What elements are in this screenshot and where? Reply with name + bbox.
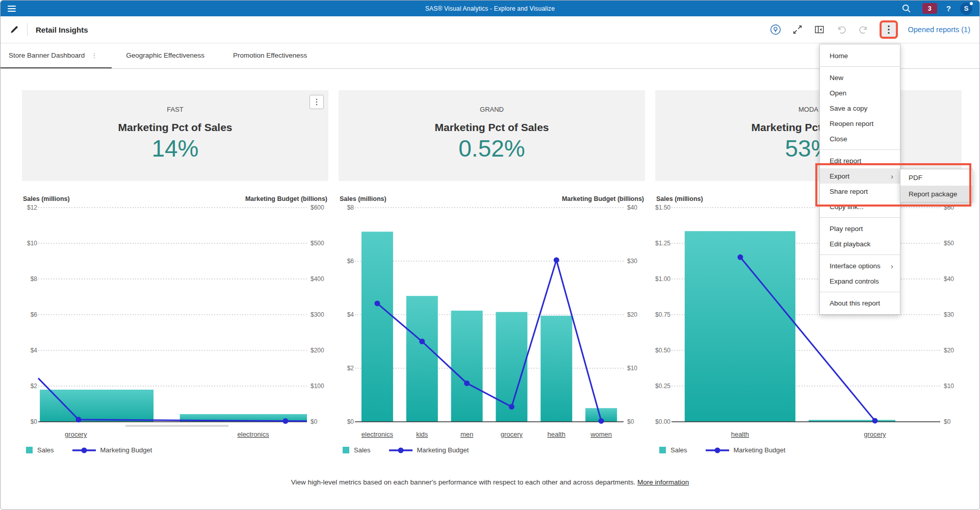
menu-item-open[interactable]: Open: [820, 85, 900, 100]
menu-item-about-this-report[interactable]: About this report: [820, 295, 900, 311]
category-link-grocery[interactable]: grocery: [501, 430, 523, 438]
submenu-item-report-package[interactable]: Report package: [900, 186, 972, 202]
tab-geographic-effectiveness[interactable]: Geographic Effectiveness: [112, 43, 219, 68]
axis-headers: Sales (millions)Marketing Budget (billio…: [339, 195, 645, 203]
svg-text:$400: $400: [311, 275, 324, 283]
legend-item-sales: Sales: [26, 446, 54, 454]
appbar-actions: 3 ? S: [900, 2, 972, 15]
category-link-electronics[interactable]: electronics: [362, 430, 394, 438]
menu-item-copy-link-[interactable]: Copy link...: [820, 199, 900, 214]
search-icon[interactable]: [900, 2, 913, 15]
menu-item-share-report[interactable]: Share report: [820, 184, 900, 199]
menu-item-export[interactable]: Export›: [820, 168, 900, 184]
svg-text:$0.75: $0.75: [655, 311, 670, 318]
combo-chart-fast: $12$600$10$500$8$400$6$300$4$200$2$100$0…: [22, 203, 328, 443]
left-axis-title: Sales (millions): [656, 195, 703, 203]
fullscreen-expand-icon[interactable]: [791, 23, 804, 36]
menu-item-edit-report[interactable]: Edit report: [820, 153, 900, 168]
menu-separator: [820, 254, 900, 255]
chart-scrollbar[interactable]: [125, 425, 228, 427]
panel-layout-icon[interactable]: [813, 23, 826, 36]
menu-item-new[interactable]: New: [820, 70, 900, 85]
category-link-health[interactable]: health: [731, 430, 749, 438]
menu-item-label: Save a copy: [830, 105, 867, 112]
svg-text:$6: $6: [31, 311, 38, 318]
menu-item-home[interactable]: Home: [820, 48, 900, 63]
svg-text:$12: $12: [27, 204, 37, 211]
menu-item-save-a-copy[interactable]: Save a copy: [820, 100, 900, 116]
category-link-grocery[interactable]: grocery: [65, 430, 87, 438]
menu-item-reopen-report[interactable]: Reopen report: [820, 116, 900, 131]
right-axis-title: Marketing Budget (billions): [562, 195, 644, 203]
panel-kebab-menu-button[interactable]: [310, 95, 324, 109]
menu-item-label: New: [830, 74, 843, 82]
opened-reports-link[interactable]: Opened reports (1): [908, 26, 970, 34]
budget-line-icon: [706, 447, 729, 453]
tab-promotion-effectiveness[interactable]: Promotion Effectiveness: [219, 43, 321, 68]
svg-text:$1.50: $1.50: [655, 204, 670, 211]
redo-icon[interactable]: [857, 23, 870, 36]
svg-text:$2: $2: [347, 365, 354, 372]
edit-pencil-icon[interactable]: [8, 23, 21, 36]
menu-item-edit-playback[interactable]: Edit playback: [820, 236, 900, 251]
svg-text:$1.25: $1.25: [655, 240, 670, 247]
svg-text:$40: $40: [627, 204, 637, 211]
insights-lightbulb-icon[interactable]: [769, 23, 782, 36]
chart-legend: SalesMarketing Budget: [339, 446, 645, 454]
category-link-health[interactable]: health: [548, 430, 565, 438]
submenu-item-pdf[interactable]: PDF: [900, 169, 972, 186]
app-title: SAS® Visual Analytics - Explore and Visu…: [1, 5, 979, 12]
menu-item-close[interactable]: Close: [820, 131, 900, 146]
svg-text:$0.25: $0.25: [655, 382, 670, 390]
budget-line-icon: [389, 447, 412, 453]
legend-label: Marketing Budget: [417, 446, 469, 454]
help-icon[interactable]: ?: [946, 4, 951, 13]
toolbar-divider: [27, 23, 28, 36]
notification-badge[interactable]: 3: [922, 3, 937, 14]
avatar-status-dot: [970, 2, 973, 5]
svg-text:$0: $0: [31, 418, 38, 425]
svg-text:$8: $8: [31, 275, 38, 283]
kpi-value: 0.52%: [339, 135, 645, 162]
category-link-electronics[interactable]: electronics: [238, 430, 270, 438]
svg-text:$20: $20: [627, 311, 637, 318]
svg-text:$30: $30: [944, 311, 954, 318]
svg-text:$0.00: $0.00: [655, 418, 670, 425]
tab-label: Promotion Effectiveness: [233, 52, 307, 59]
submenu-item-label: PDF: [909, 174, 922, 182]
svg-text:$100: $100: [311, 382, 324, 390]
menu-item-label: About this report: [830, 299, 880, 307]
svg-text:$600: $600: [311, 204, 324, 211]
tab-store-banner-dashboard[interactable]: Store Banner Dashboard⋮: [1, 43, 112, 68]
tab-label: Store Banner Dashboard: [9, 52, 85, 59]
sales-swatch-icon: [26, 447, 33, 453]
menu-item-label: Reopen report: [830, 120, 873, 128]
banner-name: MODA: [655, 90, 962, 113]
category-link-grocery[interactable]: grocery: [864, 430, 886, 438]
menu-separator: [820, 149, 900, 150]
menu-separator: [820, 292, 900, 292]
avatar[interactable]: S: [960, 3, 972, 15]
category-link-women[interactable]: women: [590, 430, 612, 438]
chart-legend: SalesMarketing Budget: [22, 446, 328, 454]
legend-item-sales: Sales: [343, 446, 371, 454]
tab-kebab-icon[interactable]: ⋮: [91, 52, 97, 59]
svg-text:$500: $500: [311, 240, 324, 247]
category-link-men[interactable]: men: [460, 430, 473, 438]
toolbar-kebab-menu-button[interactable]: [882, 22, 896, 37]
kpi-title: Marketing Pct of Sales: [339, 121, 645, 134]
sales-swatch-icon: [659, 447, 666, 453]
legend-label: Sales: [37, 446, 54, 454]
app-bar: SAS® Visual Analytics - Explore and Visu…: [1, 1, 979, 16]
category-link-kids[interactable]: kids: [416, 430, 428, 438]
toolbar-actions: Opened reports (1): [769, 22, 970, 37]
menu-item-interface-options[interactable]: Interface options›: [820, 258, 900, 273]
menu-item-play-report[interactable]: Play report: [820, 221, 900, 236]
menu-item-label: Share report: [830, 188, 868, 195]
menu-item-label: Expand controls: [830, 277, 879, 285]
menu-item-expand-controls[interactable]: Expand controls: [820, 273, 900, 289]
svg-text:$20: $20: [944, 347, 954, 354]
undo-icon[interactable]: [835, 23, 848, 36]
report-title: Retail Insights: [36, 26, 88, 34]
more-information-link[interactable]: More information: [637, 478, 689, 486]
